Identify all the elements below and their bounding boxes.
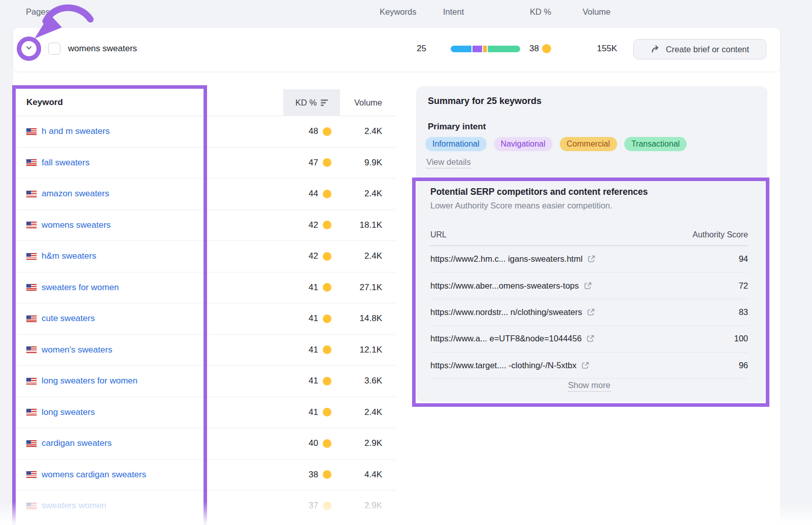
us-flag-icon — [26, 346, 37, 353]
competitors-table-header: URL Authority Score — [430, 225, 748, 246]
kd-value: 41 — [304, 407, 318, 417]
kd-dot — [323, 221, 331, 229]
volume-value: 2.4K — [331, 407, 382, 417]
page-title: womens sweaters — [68, 43, 137, 54]
keyword-cell: cute sweaters — [26, 313, 304, 324]
competitor-url: https://www2.hm.c... igans-sweaters.html — [430, 254, 583, 264]
keyword-link[interactable]: women's sweaters — [42, 345, 112, 355]
kd-cell: 41 — [304, 313, 331, 324]
kd-value: 44 — [304, 189, 318, 199]
kd-value: 48 — [304, 126, 318, 136]
keyword-link[interactable]: sweaters for women — [42, 283, 119, 293]
external-link-icon — [587, 255, 596, 263]
competitor-url: https://www.target.... -clothing/-/N-5xt… — [430, 361, 577, 370]
us-flag-icon — [26, 253, 37, 260]
us-flag-icon — [26, 222, 37, 228]
keywords-count: 25 — [392, 43, 426, 54]
keyword-link[interactable]: h and m sweaters — [42, 126, 110, 136]
header-intent: Intent — [443, 7, 464, 17]
us-flag-icon — [26, 191, 37, 197]
intent-badge-transactional: Transactional — [624, 137, 687, 151]
kd-dot — [323, 158, 331, 167]
external-link-icon — [587, 308, 595, 317]
kd-cell: 38 — [304, 470, 331, 480]
keyword-link[interactable]: amazon sweaters — [42, 189, 109, 199]
header-keywords: Keywords — [380, 7, 416, 17]
competitors-subtitle: Lower Authority Score means easier compe… — [430, 201, 613, 211]
column-keyword: Keyword — [26, 97, 63, 108]
kd-cell: 41 — [304, 283, 331, 293]
create-brief-label: Create brief or content — [666, 45, 749, 54]
us-flag-icon — [26, 128, 37, 135]
competitor-url: https://www.nordstr... n/clothing/sweate… — [430, 307, 582, 317]
competitor-url-link[interactable]: https://www.target.... -clothing/-/N-5xt… — [430, 361, 590, 370]
kd-cell: 41 — [304, 376, 331, 386]
keyword-cell: sweaters women — [26, 501, 304, 511]
kd-dot — [323, 439, 331, 448]
authority-score-value: 72 — [739, 281, 748, 291]
us-flag-icon — [26, 471, 37, 478]
primary-intent-label: Primary intent — [428, 122, 486, 132]
volume-value-top: 155K — [577, 43, 617, 54]
volume-value: 2.4K — [331, 251, 382, 261]
row-checkbox[interactable] — [48, 43, 60, 55]
volume-value: 27.1K — [331, 283, 382, 293]
view-details-link[interactable]: View details — [426, 157, 471, 168]
competitor-url-link[interactable]: https://www2.hm.c... igans-sweaters.html — [430, 254, 596, 264]
competitor-url-link[interactable]: https://www.a... e=UTF8&node=1044456 — [430, 334, 595, 343]
kd-cell: 47 — [304, 158, 331, 168]
column-authority-score: Authority Score — [693, 230, 748, 239]
kd-cell: 42 — [304, 251, 331, 261]
column-volume[interactable]: Volume — [336, 89, 382, 116]
keyword-cell: h and m sweaters — [26, 126, 304, 136]
competitor-url-link[interactable]: https://www.aber...omens-sweaters-tops — [430, 281, 592, 291]
competitor-url: https://www.aber...omens-sweaters-tops — [430, 281, 579, 291]
competitor-row: https://www.nordstr... n/clothing/sweate… — [430, 299, 748, 326]
keyword-link[interactable]: womens sweaters — [42, 220, 111, 230]
kd-dot — [323, 314, 331, 323]
competitor-row: https://www.aber...omens-sweaters-tops72 — [430, 272, 748, 299]
volume-value: 2.4K — [331, 126, 382, 136]
external-link-icon — [586, 334, 595, 343]
keyword-row: cardigan sweaters402.9K — [15, 428, 396, 460]
keyword-link[interactable]: sweaters women — [42, 501, 107, 511]
kd-dot — [323, 190, 331, 198]
keyword-cell: long sweaters — [26, 407, 304, 417]
kd-dot — [323, 408, 331, 416]
kd-cell: 37 — [304, 501, 331, 511]
keyword-row: amazon sweaters442.4K — [15, 179, 396, 210]
keyword-cell: women's sweaters — [26, 345, 304, 355]
keyword-table: Keyword KD % Volume h and m sweaters482.… — [15, 89, 396, 522]
keyword-table-header: Keyword KD % Volume — [15, 89, 396, 116]
keyword-link[interactable]: h&m sweaters — [42, 251, 96, 261]
keyword-link[interactable]: cute sweaters — [42, 313, 95, 324]
expand-chevron-button[interactable] — [20, 40, 38, 58]
external-link-icon — [581, 361, 590, 370]
keyword-cell: womens sweaters — [26, 220, 304, 230]
keyword-row: womens cardigan sweaters384.4K — [15, 460, 396, 491]
keyword-link[interactable]: long sweaters — [42, 407, 95, 417]
kd-value: 41 — [304, 376, 318, 386]
competitor-url-link[interactable]: https://www.nordstr... n/clothing/sweate… — [430, 307, 595, 317]
kd-dot — [323, 502, 331, 510]
intent-segment-informational — [451, 46, 471, 52]
kd-dot — [323, 470, 331, 479]
kd-cell: 44 — [304, 189, 331, 199]
create-brief-button[interactable]: Create brief or content — [633, 39, 766, 59]
authority-score-value: 100 — [734, 334, 748, 343]
intent-bar — [451, 46, 520, 52]
us-flag-icon — [26, 284, 37, 291]
keyword-link[interactable]: fall sweaters — [42, 158, 89, 168]
keyword-link[interactable]: long sweaters for women — [42, 376, 138, 386]
kd-cell: 40 — [304, 438, 331, 448]
competitor-url: https://www.a... e=UTF8&node=1044456 — [430, 334, 582, 343]
keyword-link[interactable]: womens cardigan sweaters — [42, 470, 146, 480]
keyword-row: womens sweaters4218.1K — [15, 210, 396, 241]
competitors-title: Potential SERP competitors and content r… — [430, 187, 648, 197]
column-kd[interactable]: KD % — [283, 89, 340, 116]
show-more-link[interactable]: Show more — [568, 380, 610, 392]
competitor-rows: https://www2.hm.c... igans-sweaters.html… — [430, 246, 748, 379]
keyword-link[interactable]: cardigan sweaters — [42, 438, 112, 448]
competitor-row: https://www.a... e=UTF8&node=1044456100 — [430, 326, 748, 352]
keyword-row: sweaters for women4127.1K — [15, 272, 396, 304]
